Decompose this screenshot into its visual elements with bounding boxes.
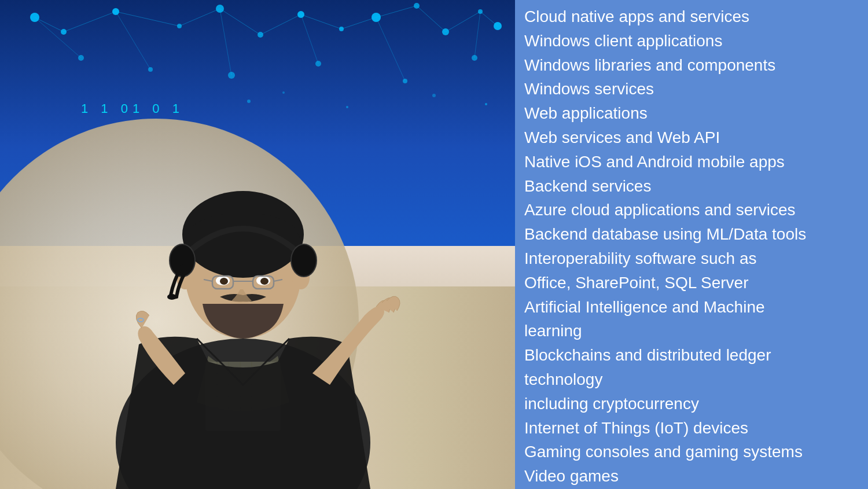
svg-point-20 [112, 8, 119, 15]
list-item-8: Azure cloud applications and services [524, 198, 856, 222]
person-figure [46, 142, 440, 489]
list-item-16: including cryptocurrency [524, 392, 856, 416]
network-overlay [0, 0, 515, 127]
svg-line-3 [179, 9, 220, 26]
svg-line-12 [35, 17, 81, 58]
list-item-11: Office, SharePoint, SQL Server [524, 271, 856, 295]
svg-point-21 [177, 24, 182, 28]
svg-line-10 [446, 12, 480, 32]
list-item-15: technology [524, 367, 856, 392]
svg-point-24 [297, 11, 304, 18]
svg-point-66 [291, 244, 317, 277]
list-item-18: Gaming consoles and gaming systems [524, 440, 856, 464]
svg-line-2 [116, 12, 179, 26]
svg-point-33 [228, 72, 235, 79]
list-item-1: Windows client applications [524, 29, 856, 53]
svg-point-65 [170, 244, 195, 277]
list-item-3: Windows services [524, 77, 856, 101]
svg-point-34 [315, 61, 321, 67]
svg-point-35 [403, 79, 407, 83]
svg-point-41 [485, 103, 487, 105]
video-panel: 1 1 01 0 1 [0, 0, 515, 489]
list-item-9: Backend database using ML/Data tools [524, 222, 856, 247]
svg-point-32 [148, 67, 153, 72]
list-item-12: Artificial Intelligence and Machine [524, 295, 856, 319]
svg-point-37 [247, 100, 251, 103]
svg-point-67 [167, 294, 176, 300]
svg-line-8 [376, 6, 417, 17]
svg-line-13 [116, 12, 150, 69]
svg-line-15 [301, 14, 318, 64]
svg-point-56 [220, 278, 228, 285]
svg-line-6 [301, 14, 341, 29]
list-item-10: Interoperability software such as [524, 247, 856, 271]
svg-point-22 [216, 5, 224, 13]
svg-point-18 [30, 13, 39, 22]
list-item-5: Web services and Web API [524, 126, 856, 150]
svg-point-29 [478, 9, 483, 14]
svg-point-28 [442, 28, 449, 35]
svg-point-25 [339, 27, 344, 31]
list-item-7: Backend services [524, 174, 856, 198]
svg-point-19 [61, 29, 67, 35]
binary-text: 1 1 01 0 1 [81, 101, 184, 116]
svg-point-23 [258, 32, 263, 38]
svg-point-38 [282, 91, 285, 94]
svg-point-30 [494, 22, 502, 30]
svg-point-40 [432, 94, 436, 97]
list-item-4: Web applications [524, 101, 856, 126]
list-item-2: Windows libraries and components [524, 53, 856, 78]
list-item-6: Native iOS and Android mobile apps [524, 150, 856, 174]
svg-point-31 [78, 55, 84, 61]
svg-point-27 [414, 3, 420, 9]
list-item-0: Cloud native apps and services [524, 5, 856, 29]
svg-point-26 [372, 13, 381, 22]
list-item-14: Blockchains and distributed ledger [524, 343, 856, 367]
svg-point-36 [472, 55, 477, 61]
svg-line-17 [475, 12, 480, 58]
svg-line-4 [220, 9, 260, 35]
list-item-19: Video games [524, 464, 856, 488]
svg-line-5 [260, 14, 301, 35]
svg-line-9 [417, 6, 446, 32]
list-item-17: Internet of Things (IoT) devices [524, 416, 856, 440]
svg-line-14 [220, 9, 231, 75]
right-panel: Cloud native apps and servicesWindows cl… [515, 0, 868, 489]
svg-line-7 [341, 17, 376, 29]
svg-point-39 [346, 106, 348, 108]
list-item-13: learning [524, 319, 856, 343]
svg-point-57 [260, 278, 269, 285]
svg-line-16 [376, 17, 405, 81]
svg-line-1 [64, 12, 116, 32]
